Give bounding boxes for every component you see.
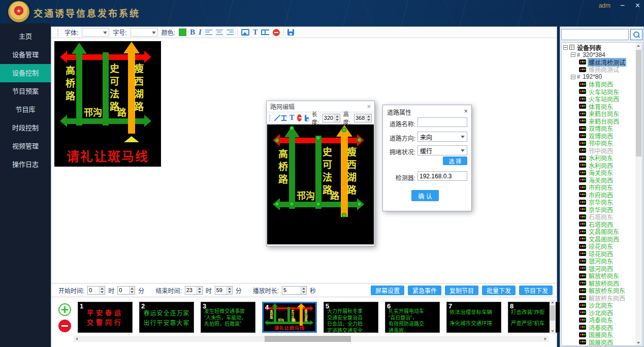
control-point[interactable]	[275, 202, 279, 206]
detector-input[interactable]	[417, 171, 467, 181]
select-button[interactable]: 选 择	[443, 156, 467, 165]
action-button[interactable]: 节目下发	[519, 286, 553, 295]
spinner-arrows[interactable]	[301, 287, 306, 294]
height-input[interactable]	[355, 114, 366, 122]
scrollbar-thumb[interactable]	[265, 336, 351, 342]
text-tool-icon[interactable]: T	[289, 114, 294, 122]
expand-toggle-icon[interactable]	[571, 52, 575, 57]
color-swatch[interactable]	[179, 28, 186, 36]
length-input[interactable]	[323, 114, 334, 122]
delete-icon[interactable]	[273, 29, 280, 36]
duration-spinner[interactable]	[282, 286, 307, 295]
congestion-select[interactable]: 缓行	[417, 145, 467, 155]
scroll-left-icon[interactable]	[74, 336, 80, 342]
delete-icon[interactable]	[297, 114, 301, 121]
start-minute-input[interactable]	[118, 287, 129, 294]
confirm-button[interactable]: 确 认	[411, 190, 439, 201]
start-minute-spinner[interactable]	[117, 286, 135, 295]
save-icon[interactable]	[287, 29, 294, 36]
playlist-item[interactable]: 4 高桥路 史可法路 瘦西湖路 邗沟 路 请礼让斑马线	[262, 302, 317, 333]
scroll-down-icon[interactable]	[550, 328, 556, 334]
control-point[interactable]	[357, 138, 362, 142]
minimize-icon[interactable]: −	[620, 1, 625, 11]
end-hour-input[interactable]	[185, 287, 197, 294]
close-icon[interactable]: ×	[367, 103, 371, 110]
control-point[interactable]	[316, 202, 320, 206]
dialog-titlebar[interactable]: 路网编辑 ×	[267, 101, 374, 112]
bold-icon[interactable]: B	[190, 28, 195, 37]
road-direction-select[interactable]: 来向	[417, 132, 467, 142]
search-icon[interactable]	[630, 29, 642, 40]
close-icon[interactable]: ×	[464, 107, 468, 115]
insert-image-icon[interactable]	[241, 29, 249, 36]
scroll-down-icon[interactable]	[635, 340, 641, 345]
control-point[interactable]	[289, 202, 294, 206]
spinner-arrows[interactable]	[227, 287, 232, 294]
expand-toggle-icon[interactable]	[571, 75, 575, 79]
spinner-arrows[interactable]	[197, 287, 202, 294]
playlist-item[interactable]: 3 发生轻微交通事故 “人未伤，车能动， 先拍照，后撤离” 高桥路 史可法路 瘦…	[201, 302, 255, 333]
scrollbar-thumb[interactable]	[636, 50, 641, 156]
end-hour-spinner[interactable]	[185, 286, 203, 295]
italic-icon[interactable]: I	[199, 28, 202, 37]
action-button[interactable]: 复制节目	[445, 286, 478, 295]
sidebar-item[interactable]: 设备管理	[0, 46, 51, 64]
remove-program-icon[interactable]	[58, 320, 71, 332]
sidebar-item[interactable]: 时段控制	[0, 119, 51, 137]
align-right-icon[interactable]	[227, 29, 234, 35]
draw-line-icon[interactable]	[274, 114, 278, 121]
control-point[interactable]	[316, 136, 320, 140]
align-center-icon[interactable]	[216, 29, 223, 35]
spinner-arrows[interactable]	[99, 287, 105, 294]
search-input[interactable]	[561, 29, 629, 40]
road-name-input[interactable]	[417, 117, 467, 127]
tree-node[interactable]: # 设备列表	[563, 44, 635, 51]
end-minute-input[interactable]	[215, 287, 227, 294]
control-point[interactable]	[275, 138, 279, 143]
logged-in-user[interactable]: adm	[599, 2, 610, 9]
action-button[interactable]: 紧急事件	[408, 286, 441, 295]
action-button[interactable]: 批量下发	[482, 286, 516, 295]
save-icon[interactable]	[305, 115, 309, 121]
duration-input[interactable]	[282, 287, 301, 294]
scroll-up-icon[interactable]	[635, 43, 641, 48]
close-icon[interactable]: ×	[635, 1, 640, 11]
playlist-horizontal-scrollbar[interactable]	[74, 336, 549, 342]
control-point[interactable]	[357, 202, 362, 206]
sign-preview[interactable]: 高桥路 史可法路 瘦西湖路 邗沟 路 请礼让斑马线	[54, 41, 161, 167]
align-left-icon[interactable]	[205, 29, 212, 35]
control-point[interactable]	[342, 128, 346, 132]
spinner-arrows[interactable]	[334, 114, 340, 122]
font-family-select[interactable]	[82, 28, 109, 37]
tree-scrollbar[interactable]	[635, 43, 642, 345]
add-program-icon[interactable]	[58, 303, 71, 316]
sidebar-item[interactable]: 节目库	[0, 101, 51, 119]
spinner-arrows[interactable]	[129, 287, 135, 294]
start-hour-input[interactable]	[88, 287, 99, 294]
action-button[interactable]: 屏幕设置	[371, 286, 404, 295]
tree-node[interactable]: # 维扬岗测试	[563, 66, 635, 74]
start-hour-spinner[interactable]	[87, 286, 105, 295]
sidebar-item[interactable]: 操作日志	[0, 155, 51, 174]
editor-canvas[interactable]: 高桥路 史可法路 瘦西湖路 邗沟 路	[267, 124, 374, 244]
spinner-arrows[interactable]	[366, 114, 371, 122]
text-tool-icon[interactable]: T	[253, 28, 257, 37]
control-point[interactable]	[342, 213, 346, 217]
playlist-item[interactable]: 1 平安春运 交警同行 高桥路 史可法路 瘦西湖路 邗沟 路 请礼让斑马线	[78, 302, 133, 333]
playlist-item[interactable]: 6 扎实开展电动车 “百日整治”， 有效预防道路交 通事故。 高桥路 史可法路 …	[385, 302, 440, 333]
end-minute-spinner[interactable]	[215, 286, 233, 295]
road-network-icon[interactable]	[261, 29, 269, 35]
playlist-item[interactable]: 7 依法治理非标车辆 净化城市交通环境 高桥路 史可法路 瘦西湖路 邗沟 路 请…	[446, 302, 501, 333]
road-tool-icon[interactable]	[281, 115, 286, 121]
scroll-up-icon[interactable]	[550, 299, 556, 305]
length-spinner[interactable]	[323, 114, 340, 122]
expand-toggle-icon[interactable]	[563, 45, 568, 50]
tree-node[interactable]: # 国展岗西	[563, 338, 635, 346]
playlist-vertical-scrollbar[interactable]	[550, 299, 556, 334]
playlist-item[interactable]: 5 大力开展秋冬季 交通安全整治百 日会战，全力稳 定道路交通安全 形势！ 高桥…	[324, 302, 378, 333]
control-point[interactable]	[289, 126, 294, 131]
playlist-item[interactable]: 2 春运安全连万家 出行平安靠大家 高桥路 史可法路 瘦西湖路 邗沟 路 请礼让…	[139, 302, 194, 333]
sidebar-item[interactable]: 主页	[0, 27, 51, 46]
scrollbar-thumb[interactable]	[550, 305, 555, 321]
sidebar-item[interactable]: 设备控制	[0, 64, 51, 82]
